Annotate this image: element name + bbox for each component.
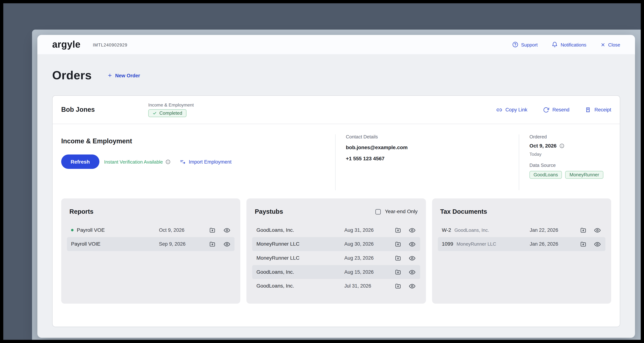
info-icon[interactable] xyxy=(165,159,170,164)
verification-controls: Refresh Instant Verification Available xyxy=(61,154,335,169)
tax-document-date: Jan 22, 2026 xyxy=(530,227,572,233)
tax-document-employer: GoodLoans, Inc. xyxy=(454,228,489,232)
contact-details-label: Contact Details xyxy=(346,134,519,139)
eye-icon[interactable] xyxy=(223,240,230,248)
folder-download-icon[interactable] xyxy=(394,226,402,234)
folder-download-icon[interactable] xyxy=(394,282,402,290)
instant-verification: Instant Verification Available xyxy=(104,159,170,164)
year-end-filter[interactable]: Year-end Only xyxy=(376,209,418,215)
eye-icon[interactable] xyxy=(408,240,416,248)
tax-documents-panel: Tax Documents W-2GoodLoans, Inc.Jan 22, … xyxy=(432,198,611,304)
row-actions xyxy=(580,226,601,234)
tax-document-date: Jan 26, 2026 xyxy=(530,241,572,247)
tax-document-row[interactable]: W-2GoodLoans, Inc.Jan 22, 2026 xyxy=(438,223,605,237)
data-source-badge: GoodLoans xyxy=(530,171,562,179)
eye-icon[interactable] xyxy=(223,226,230,234)
close-button[interactable]: Close xyxy=(600,42,620,47)
instant-verification-label: Instant Verification Available xyxy=(104,159,163,164)
folder-download-icon[interactable] xyxy=(209,226,216,234)
paystub-row[interactable]: GoodLoans, Inc.Aug 31, 2026 xyxy=(252,223,420,237)
paystubs-panel: Paystubs Year-end Only GoodLoans, Inc.Au… xyxy=(247,198,426,304)
eye-icon[interactable] xyxy=(408,254,416,262)
ordered-zone: Ordered Oct 9, 2026 Today Data Source Go… xyxy=(519,124,620,198)
paystub-row[interactable]: GoodLoans, Inc.Aug 15, 2026 xyxy=(252,265,420,279)
paystub-row[interactable]: MoneyRunner LLCAug 23, 2026 xyxy=(252,251,420,265)
eye-icon[interactable] xyxy=(594,226,601,234)
folder-download-icon[interactable] xyxy=(580,226,587,234)
folder-download-icon[interactable] xyxy=(394,268,402,276)
eye-icon[interactable] xyxy=(408,268,416,276)
section-title: Income & Employment xyxy=(61,138,335,145)
paystub-employer-cell: MoneyRunner LLC xyxy=(256,255,344,261)
order-card-header: Bob Jones Income & Employment Completed xyxy=(52,96,620,124)
paystubs-row-list: GoodLoans, Inc.Aug 31, 2026MoneyRunner L… xyxy=(252,223,420,293)
folder-download-icon[interactable] xyxy=(394,240,402,248)
report-row[interactable]: Payroll VOIESep 9, 2026 xyxy=(67,237,234,251)
eye-icon[interactable] xyxy=(594,240,601,248)
product-label: Income & Employment xyxy=(148,102,194,107)
paystub-employer-cell: MoneyRunner LLC xyxy=(256,241,344,247)
new-order-label: New Order xyxy=(115,73,140,78)
copy-link-button[interactable]: Copy Link xyxy=(496,107,527,113)
tax-documents-panel-head: Tax Documents xyxy=(438,206,605,217)
folder-download-icon[interactable] xyxy=(394,254,402,262)
paystub-row[interactable]: GoodLoans, Inc.Jul 31, 2026 xyxy=(252,279,420,293)
status-label: Completed xyxy=(159,111,182,115)
ordered-label: Ordered xyxy=(530,134,620,139)
paystub-date: Aug 15, 2026 xyxy=(344,269,387,275)
report-date: Sep 9, 2026 xyxy=(159,241,202,247)
eye-icon[interactable] xyxy=(408,226,416,234)
paystub-date: Aug 30, 2026 xyxy=(344,241,387,247)
plus-icon xyxy=(107,73,113,78)
ordered-date-row: Oct 9, 2026 xyxy=(530,143,620,149)
paystubs-panel-head: Paystubs Year-end Only xyxy=(252,206,420,217)
header-actions: Support Notifications Close xyxy=(512,42,620,48)
paystub-date: Aug 31, 2026 xyxy=(344,227,387,233)
argyle-logo: argyle xyxy=(52,39,80,50)
refresh-button[interactable]: Refresh xyxy=(61,154,99,169)
paystub-row[interactable]: MoneyRunner LLCAug 30, 2026 xyxy=(252,237,420,251)
contact-details-zone: Contact Details bob.jones@example.com +1… xyxy=(336,124,519,198)
info-icon[interactable] xyxy=(560,143,564,148)
report-name: Payroll VOE xyxy=(77,227,105,233)
verification-zone: Income & Employment Refresh Instant Veri… xyxy=(52,124,335,198)
status-badge: Completed xyxy=(148,109,186,117)
data-source-badge: MoneyRunner xyxy=(566,171,603,179)
page-head: Orders New Order xyxy=(37,55,635,82)
paystub-employer-cell: GoodLoans, Inc. xyxy=(256,227,344,233)
paystub-employer: GoodLoans, Inc. xyxy=(256,269,294,275)
paystub-employer: MoneyRunner LLC xyxy=(256,241,300,247)
orders-page: Orders New Order Bob Jones Income & Empl… xyxy=(37,55,635,338)
paystub-employer: GoodLoans, Inc. xyxy=(256,227,294,233)
resend-button[interactable]: Resend xyxy=(543,107,570,113)
receipt-button[interactable]: Receipt xyxy=(585,107,611,113)
report-row[interactable]: Payroll VOEOct 9, 2026 xyxy=(67,223,234,237)
desktop-background: argyle IMTL240902929 Support Notificatio… xyxy=(3,3,641,340)
paystub-employer-cell: GoodLoans, Inc. xyxy=(256,269,344,275)
new-order-button[interactable]: New Order xyxy=(107,73,140,78)
folder-download-icon[interactable] xyxy=(580,240,587,248)
support-button[interactable]: Support xyxy=(512,42,538,48)
page-title: Orders xyxy=(52,69,92,82)
app-header: argyle IMTL240902929 Support Notificatio… xyxy=(37,35,635,55)
row-actions xyxy=(209,226,230,234)
checkbox-icon[interactable] xyxy=(376,209,381,214)
green-dot-icon xyxy=(71,229,74,231)
receipt-icon xyxy=(585,107,591,113)
paystub-employer: GoodLoans, Inc. xyxy=(256,283,294,289)
resend-label: Resend xyxy=(552,107,570,113)
bell-icon xyxy=(552,42,558,48)
row-actions xyxy=(394,240,416,248)
order-card-actions: Copy Link Resend xyxy=(496,107,611,113)
tax-document-row[interactable]: 1099MoneyRunner LLCJan 26, 2026 xyxy=(438,237,605,251)
import-employment-button[interactable]: Import Employment xyxy=(179,159,232,165)
screenshot-frame: argyle IMTL240902929 Support Notificatio… xyxy=(0,0,644,343)
notifications-button[interactable]: Notifications xyxy=(552,42,586,48)
eye-icon[interactable] xyxy=(408,282,416,290)
tax-document-cell: 1099MoneyRunner LLC xyxy=(442,241,530,247)
reports-panel: Reports Payroll VOEOct 9, 2026Payroll VO… xyxy=(61,198,240,304)
user-name: Bob Jones xyxy=(61,106,148,113)
folder-download-icon[interactable] xyxy=(209,240,216,248)
row-actions xyxy=(209,240,230,248)
argyle-console-window: argyle IMTL240902929 Support Notificatio… xyxy=(37,35,635,338)
